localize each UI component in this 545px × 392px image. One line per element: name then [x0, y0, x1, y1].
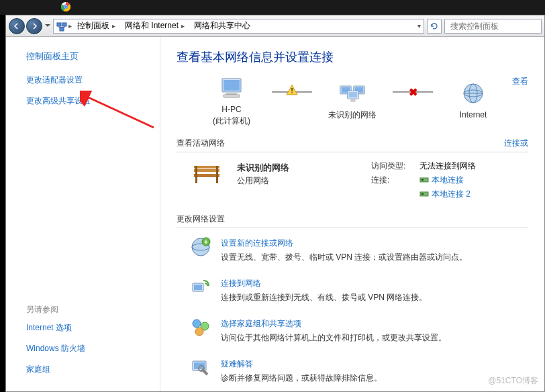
network-map: H-PC(此计算机) ! 未识别的网络 ✖ — [177, 76, 528, 127]
see-also-title: 另请参阅 — [26, 304, 85, 315]
setting-connect-network: 连接到网络 连接到或重新连接到无线、有线、拨号或 VPN 网络连接。 — [190, 277, 528, 303]
crumb-network-sharing-center[interactable]: 网络和共享中心 — [190, 20, 254, 32]
svg-rect-38 — [420, 192, 428, 196]
access-type-value: 无法连接到网络 — [419, 160, 476, 172]
net-line-2: ✖ — [393, 91, 433, 93]
network-type: 公用网络 — [237, 175, 358, 187]
page-title: 查看基本网络信息并设置连接 — [177, 49, 528, 65]
setting-homegroup: 选择家庭组和共享选项 访问位于其他网络计算机上的文件和打印机，或更改共享设置。 — [190, 317, 528, 344]
setting-desc: 设置无线、宽带、拨号、临时或 VPN 连接；或设置路由器或访问点。 — [221, 252, 467, 263]
search-input[interactable] — [450, 21, 545, 31]
svg-rect-37 — [422, 179, 424, 181]
chrome-icon — [60, 1, 71, 14]
setting-desc: 访问位于其他网络计算机上的文件和打印机，或更改共享设置。 — [221, 332, 446, 344]
setting-troubleshoot: 疑难解答 诊断并修复网络问题，或获得故障排除信息。 — [190, 357, 528, 384]
divider — [177, 228, 528, 228]
network-center-icon — [56, 21, 67, 32]
svg-rect-33 — [194, 174, 219, 177]
access-type-label: 访问类型: — [371, 160, 411, 172]
divider — [177, 152, 528, 152]
node-this-pc: H-PC(此计算机) — [185, 76, 279, 127]
history-dropdown[interactable] — [44, 18, 52, 34]
svg-text:+: + — [204, 238, 208, 246]
node-internet: Internet — [426, 81, 520, 121]
active-network-item: 未识别的网络 公用网络 访问类型: 无法连接到网络 连接: 本地连接 — [177, 160, 528, 203]
connection-link-2[interactable]: 本地连接 2 — [419, 189, 470, 200]
svg-rect-5 — [57, 23, 61, 26]
see-also-firewall[interactable]: Windows 防火墙 — [26, 343, 85, 354]
crumb-control-panel[interactable]: 控制面板▸ — [73, 20, 119, 32]
node-unidentified: 未识别的网络 — [305, 81, 399, 121]
sidebar-advanced-sharing[interactable]: 更改高级共享设置 — [26, 95, 160, 107]
chevron-down-icon[interactable]: ▾ — [417, 22, 424, 30]
setting-title[interactable]: 选择家庭组和共享选项 — [221, 318, 446, 330]
search-box[interactable] — [444, 19, 542, 34]
net-line-1: ! — [272, 91, 312, 93]
error-x-icon: ✖ — [409, 86, 417, 99]
svg-rect-6 — [62, 23, 66, 26]
network-name: 未识别的网络 — [237, 162, 358, 174]
svg-rect-39 — [422, 193, 424, 195]
crumb-network-internet[interactable]: 网络和 Internet▸ — [121, 20, 189, 32]
change-settings-heading: 更改网络设置 — [177, 213, 528, 225]
setting-new-connection: + 设置新的连接或网络 设置无线、宽带、拨号、临时或 VPN 连接；或设置路由器… — [190, 236, 528, 263]
nic-icon — [419, 191, 429, 197]
warning-icon: ! — [286, 85, 298, 97]
see-also-homegroup[interactable]: 家庭组 — [26, 364, 85, 375]
svg-point-48 — [195, 328, 203, 336]
svg-point-46 — [193, 320, 201, 328]
see-also-internet-options[interactable]: Internet 选项 — [26, 322, 85, 334]
homegroup-icon — [190, 317, 211, 338]
nic-icon — [419, 177, 429, 183]
address-bar[interactable]: ▸ 控制面板▸ 网络和 Internet▸ 网络和共享中心 ▾ — [53, 19, 424, 34]
chevron-right-icon: ▸ — [68, 22, 72, 30]
connect-disconnect-link[interactable]: 连接或 — [504, 138, 528, 149]
sidebar: 控制面板主页 更改适配器设置 更改高级共享设置 另请参阅 Internet 选项… — [6, 37, 160, 391]
setting-desc: 连接到或重新连接到无线、有线、拨号或 VPN 网络连接。 — [221, 292, 427, 303]
connections-label: 连接: — [371, 175, 411, 186]
main-pane: 查看基本网络信息并设置连接 查看 H-PC(此计算机) ! — [160, 37, 544, 391]
svg-rect-32 — [194, 169, 219, 172]
globe-icon — [460, 81, 487, 105]
connection-link-1[interactable]: 本地连接 — [419, 175, 464, 186]
back-button[interactable] — [9, 18, 25, 34]
svg-rect-36 — [420, 178, 428, 182]
computer-icon — [218, 76, 245, 100]
taskbar — [0, 0, 545, 15]
troubleshoot-icon — [190, 357, 211, 379]
park-bench-icon — [190, 160, 224, 185]
settings-list: + 设置新的连接或网络 设置无线、宽带、拨号、临时或 VPN 连接；或设置路由器… — [177, 236, 528, 384]
forward-button[interactable] — [26, 18, 42, 34]
new-connection-icon: + — [190, 236, 211, 258]
sidebar-see-also: 另请参阅 Internet 选项 Windows 防火墙 家庭组 — [26, 304, 85, 385]
content-area: 控制面板主页 更改适配器设置 更改高级共享设置 另请参阅 Internet 选项… — [6, 37, 544, 391]
sidebar-adapter-settings[interactable]: 更改适配器设置 — [26, 75, 160, 86]
svg-rect-25 — [349, 93, 358, 98]
svg-rect-34 — [195, 166, 197, 183]
svg-rect-45 — [194, 285, 202, 290]
connect-network-icon — [190, 277, 211, 298]
active-networks-heading: 查看活动网络 — [177, 138, 528, 149]
svg-rect-16 — [224, 80, 240, 91]
sidebar-home-link[interactable]: 控制面板主页 — [26, 50, 160, 62]
setting-desc: 诊断并修复网络问题，或获得故障排除信息。 — [221, 373, 382, 384]
svg-rect-35 — [216, 166, 218, 183]
svg-rect-18 — [224, 95, 240, 97]
explorer-window: ▸ 控制面板▸ 网络和 Internet▸ 网络和共享中心 ▾ 控制面板主页 更… — [5, 15, 545, 392]
setting-title[interactable]: 连接到网络 — [221, 278, 427, 289]
svg-rect-26 — [350, 99, 355, 102]
nav-bar: ▸ 控制面板▸ 网络和 Internet▸ 网络和共享中心 ▾ — [6, 15, 544, 37]
svg-rect-31 — [194, 166, 219, 168]
svg-text:!: ! — [291, 87, 293, 95]
refresh-button[interactable] — [427, 19, 442, 34]
svg-point-4 — [64, 5, 67, 8]
setting-title[interactable]: 设置新的连接或网络 — [221, 238, 467, 249]
multi-computer-icon — [339, 81, 366, 105]
setting-title[interactable]: 疑难解答 — [221, 358, 382, 370]
